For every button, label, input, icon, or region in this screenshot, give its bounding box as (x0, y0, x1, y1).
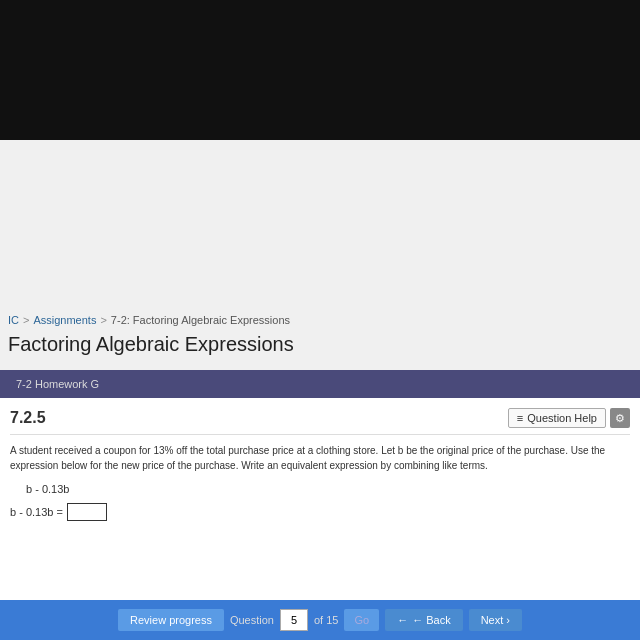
page-title: Factoring Algebraic Expressions (8, 333, 294, 356)
screen-content: IC > Assignments > 7-2: Factoring Algebr… (0, 140, 640, 640)
content-area: 7.2.5 ≡ Question Help ⚙ A student receiv… (0, 398, 640, 600)
answer-row: b - 0.13b = (10, 503, 630, 521)
answer-label: b - 0.13b = (10, 506, 63, 518)
browser-chrome (0, 0, 640, 140)
answer-input[interactable] (67, 503, 107, 521)
of-label: of 15 (314, 614, 338, 626)
question-text: A student received a coupon for 13% off … (10, 443, 630, 473)
header-right: ≡ Question Help ⚙ (508, 408, 630, 428)
question-help-label: Question Help (527, 412, 597, 424)
breadcrumb-assignments[interactable]: Assignments (33, 314, 96, 326)
bottom-nav: Review progress Question of 15 Go ← ← Ba… (0, 600, 640, 640)
gear-icon: ⚙ (615, 412, 625, 425)
breadcrumb-sep2: > (100, 314, 106, 326)
question-header: 7.2.5 ≡ Question Help ⚙ (10, 408, 630, 435)
back-arrow-icon: ← (397, 614, 408, 626)
list-icon: ≡ (517, 412, 523, 424)
next-label: Next › (481, 614, 510, 626)
back-label: ← Back (412, 614, 451, 626)
breadcrumb-sep1: > (23, 314, 29, 326)
breadcrumb: IC > Assignments > 7-2: Factoring Algebr… (8, 314, 290, 326)
go-button[interactable]: Go (344, 609, 379, 631)
question-number: 7.2.5 (10, 409, 46, 427)
expression-display: b - 0.13b (10, 483, 630, 495)
tab-bar: 7-2 Homework G (0, 370, 640, 398)
next-button[interactable]: Next › (469, 609, 522, 631)
breadcrumb-home[interactable]: IC (8, 314, 19, 326)
breadcrumb-current: 7-2: Factoring Algebraic Expressions (111, 314, 290, 326)
question-label: Question (230, 614, 274, 626)
question-help-button[interactable]: ≡ Question Help (508, 408, 606, 428)
gear-button[interactable]: ⚙ (610, 408, 630, 428)
question-number-input[interactable] (280, 609, 308, 631)
back-button[interactable]: ← ← Back (385, 609, 463, 631)
tab-homework[interactable]: 7-2 Homework G (8, 374, 107, 394)
review-progress-button[interactable]: Review progress (118, 609, 224, 631)
